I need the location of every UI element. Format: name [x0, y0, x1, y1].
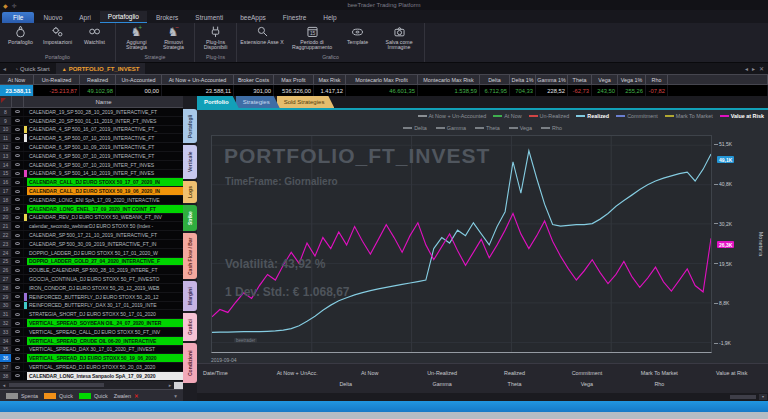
strategy-row[interactable]: 35VERTICAL_SPREAD_DAX 30_17_01_2020_FT_I…: [0, 346, 183, 355]
chart-tab-sold-strategies[interactable]: Sold Strategies: [277, 96, 335, 108]
strategy-row[interactable]: 16CALENDAR_CALL_DJ EURO STOXX 50_17_07_2…: [0, 178, 183, 187]
chart-legend-greek[interactable]: Vega: [509, 125, 532, 131]
ribbon-tab-apri[interactable]: Apri: [71, 12, 99, 23]
strategy-row[interactable]: 27GOCCIA_CONTINUA_DJ EURO STOXX 50_FT_IN…: [0, 275, 183, 284]
side-tab-verticale[interactable]: Verticale: [183, 145, 197, 179]
chart-tab-strategies[interactable]: Strategies: [236, 96, 280, 108]
ribbon-button-rimuovi-strategia[interactable]: ♞−Rimuovi Strategia: [155, 24, 192, 51]
delete-x-icon[interactable]: ✕: [134, 393, 139, 399]
ribbon-tab-portafoglio[interactable]: Portafoglio: [100, 11, 147, 23]
visibility-eye-icon[interactable]: [12, 258, 24, 266]
chart-legend-item[interactable]: Value at Risk: [720, 113, 764, 119]
chart-legend-item[interactable]: Realized: [576, 113, 609, 119]
strategy-row[interactable]: 32VERTICAL_SPREAD_SOYBEAN OIL_24_07_2020…: [0, 319, 183, 328]
document-tab-quick-start[interactable]: ◔Quick Start: [9, 63, 56, 74]
ribbon-button-salva-come-immagine[interactable]: Salva come Immagine: [376, 24, 422, 51]
visibility-eye-icon[interactable]: [12, 231, 24, 239]
strategy-row[interactable]: 25DOPPIO_LADDER_GOLD_27_04_2020_INTERACT…: [0, 258, 183, 267]
ribbon-tab-help[interactable]: Help: [315, 12, 344, 23]
ribbon-tab-strumenti[interactable]: Strumenti: [187, 12, 231, 23]
chart-hscrollbar[interactable]: ▾: [197, 393, 768, 401]
side-tab-logs[interactable]: Logs: [183, 181, 197, 203]
chart-legend-item[interactable]: Un-Realized: [529, 113, 570, 119]
strategy-row[interactable]: 38CALENDAR_LONG_Intesa Sanpaolo SpA_17_0…: [0, 372, 183, 381]
strategy-row[interactable]: 13CALENDAR_6_SP 500_07_10_2019_INTERACTI…: [0, 152, 183, 161]
visibility-eye-icon[interactable]: [12, 310, 24, 318]
strategy-row[interactable]: 23CALENDAR_SP 500_30_09_2019_INTERACTIVE…: [0, 240, 183, 249]
visibility-eye-icon[interactable]: [12, 240, 24, 248]
strategy-row[interactable]: 33VERTICAL_SPREAD_CALL_DJ EURO STOXX 50_…: [0, 328, 183, 337]
ribbon-button-template[interactable]: Template: [339, 24, 376, 45]
chart-legend-greek[interactable]: Rho: [541, 125, 562, 131]
strategy-row[interactable]: 30REINFORCED_BUTTERFLY_DAX 30_17_01_2019…: [0, 302, 183, 311]
visibility-eye-icon[interactable]: [12, 249, 24, 257]
strategy-row[interactable]: 9CALENDAR_20_SP 500_01_11_2019_INTER_FT_…: [0, 117, 183, 126]
ribbon-button-portafoglio[interactable]: Portafoglio: [2, 24, 39, 45]
visibility-eye-icon[interactable]: [12, 319, 24, 327]
strategy-row[interactable]: 37VERTICAL_SPREAD_DJ EURO STOXX 50_20_03…: [0, 363, 183, 372]
chart-legend-item[interactable]: Commitment: [616, 113, 658, 119]
strategy-row[interactable]: 14CALENDAR_9_SP 500_07_10_2019_INTER_FT_…: [0, 161, 183, 170]
tab-close-icon[interactable]: ✕: [759, 65, 764, 72]
strategy-row[interactable]: 17CALENDAR_CALL_DJ EURO STOXX 50_19_06_2…: [0, 187, 183, 196]
strategy-row[interactable]: 31STRATEGIA_SHORT_DJ EURO STOXX 50_17_01…: [0, 310, 183, 319]
visibility-eye-icon[interactable]: [12, 214, 24, 222]
scroll-right-icon[interactable]: ▸: [166, 382, 174, 388]
side-tab-portafogli[interactable]: Portafogli: [183, 109, 197, 143]
chart-legend-greek[interactable]: Delta: [403, 125, 427, 131]
visibility-eye-icon[interactable]: [12, 266, 24, 274]
strategy-row[interactable]: 34VERTICAL_SPREAD_CRUDE OIL 06-20_INTERA…: [0, 337, 183, 346]
ribbon-button-impostazioni[interactable]: Impostazioni: [39, 24, 76, 45]
visibility-eye-icon[interactable]: [12, 354, 24, 362]
visibility-eye-icon[interactable]: [12, 161, 24, 169]
strategy-row[interactable]: 21calendar_secondo_webinarDJ EURO STOXX …: [0, 222, 183, 231]
visibility-eye-icon[interactable]: [12, 293, 24, 301]
chart-legend-greek[interactable]: Theta: [475, 125, 500, 131]
scroll-left-icon[interactable]: ◂: [0, 382, 8, 388]
ribbon-button-watchlist[interactable]: Watchlist: [76, 24, 113, 45]
visibility-eye-icon[interactable]: [12, 152, 24, 160]
visibility-eye-icon[interactable]: [12, 346, 24, 354]
strategy-row[interactable]: 12CALENDAR_6_SP 500_10_09_2019_INTERACTI…: [0, 143, 183, 152]
strategy-row[interactable]: 22CALENDAR_SP 500_17_21_10_2019_INTERACT…: [0, 231, 183, 240]
ribbon-button-estensione-asse-x[interactable]: Estensione Asse X: [239, 24, 285, 45]
strategy-row[interactable]: 8CALENDAR_19_SP 500_28_10_2019_INTERACTI…: [0, 108, 183, 117]
legend-collapse-icon[interactable]: ▾: [174, 393, 177, 399]
chart-legend-item[interactable]: At Now + Un-Accounted: [418, 113, 487, 119]
visibility-eye-icon[interactable]: [12, 143, 24, 151]
visibility-eye-icon[interactable]: [12, 170, 24, 178]
tab-scroll-left-icon[interactable]: ◂: [745, 65, 748, 72]
plot-area[interactable]: PORTFOLIO_FT_INVEST TimeFrame: Giornalie…: [211, 135, 712, 353]
side-tab-strike[interactable]: Strike: [183, 205, 197, 231]
strategy-row[interactable]: 24DOPPIO_LADDER_DJ EURO STOXX 50_17_01_2…: [0, 249, 183, 258]
chart-legend-greek[interactable]: Gamma: [436, 125, 466, 131]
visibility-eye-icon[interactable]: [12, 196, 24, 204]
visibility-eye-icon[interactable]: [12, 275, 24, 283]
ribbon-tab-beeapps[interactable]: beeApps: [232, 12, 274, 23]
visibility-eye-icon[interactable]: [12, 284, 24, 292]
side-tab-grafici[interactable]: Grafici: [183, 313, 197, 341]
visibility-eye-icon[interactable]: [12, 328, 24, 336]
scroll-thumb[interactable]: [9, 383, 104, 387]
visibility-eye-icon[interactable]: [12, 117, 24, 125]
document-tab-portfolio[interactable]: ▲PORTFOLIO_FT_INVEST: [56, 63, 146, 74]
strategy-row[interactable]: 36VERTICAL_SPREAD_DJ EURO STOXX 50_19_06…: [0, 354, 183, 363]
visibility-eye-icon[interactable]: [12, 126, 24, 134]
visibility-eye-icon[interactable]: [12, 108, 24, 116]
chart-legend-item[interactable]: Mark To Market: [665, 113, 713, 119]
visibility-eye-icon[interactable]: [12, 178, 24, 186]
collapse-panel-icon[interactable]: ◂: [3, 65, 6, 72]
chart-tab-portfolio[interactable]: Portfolio: [197, 96, 239, 108]
strategy-row[interactable]: 10CALENDAR_4_SP 500_16_07_2019_INTERACTI…: [0, 126, 183, 135]
strategy-row[interactable]: 20CALENDAR_REV_DJ EURO STOXX 50_WEBANK_F…: [0, 214, 183, 223]
ribbon-button-periodo-di-raggruppamento[interactable]: 15Periodo di Raggruppamento: [285, 24, 339, 51]
ribbon-tab-nuovo[interactable]: Nuovo: [35, 12, 70, 23]
tab-scroll-right-icon[interactable]: ▸: [752, 65, 755, 72]
visibility-eye-icon[interactable]: [12, 222, 24, 230]
visibility-eye-icon[interactable]: [12, 372, 24, 380]
ribbon-tab-finestre[interactable]: Finestre: [275, 12, 314, 23]
visibility-eye-icon[interactable]: [12, 187, 24, 195]
strategy-row[interactable]: 11CALENDAR_5_SP 500_07_10_2019_INTERACTI…: [0, 134, 183, 143]
chart-legend-item[interactable]: At Now: [493, 113, 521, 119]
strategies-hscrollbar[interactable]: ◂ ▸: [0, 381, 183, 389]
